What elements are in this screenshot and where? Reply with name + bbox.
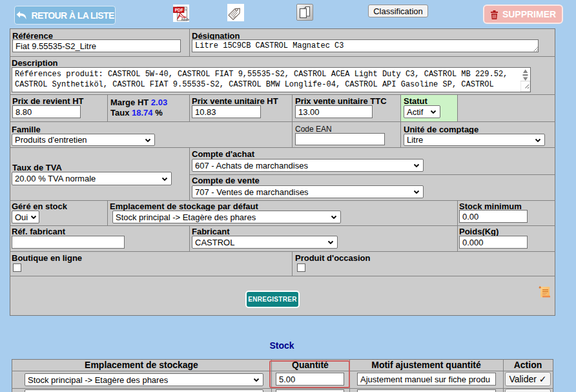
svg-text:Adobe: Adobe [181,18,190,21]
svg-text:PDF: PDF [175,8,183,12]
